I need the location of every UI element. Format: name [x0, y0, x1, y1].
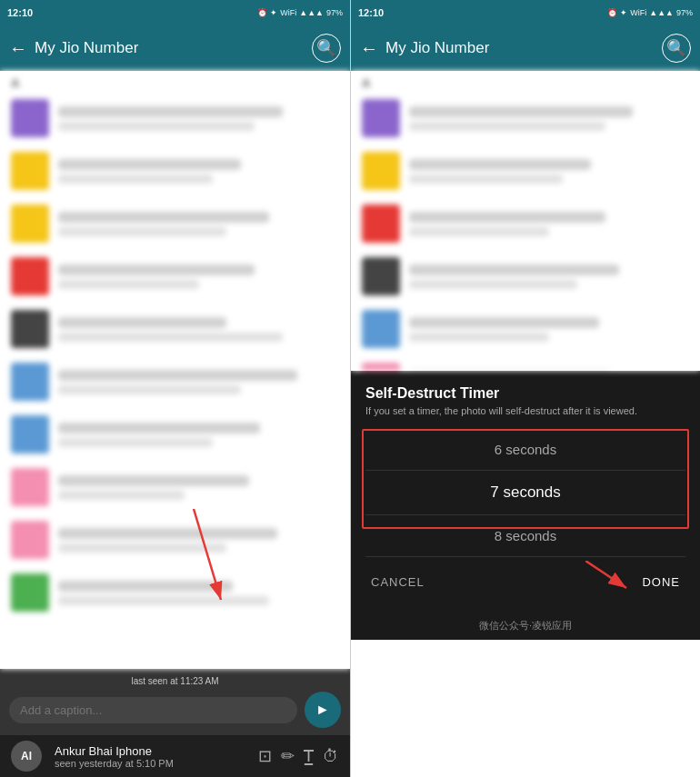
contact-name-blur: [58, 423, 260, 433]
contact-name-blur: [409, 264, 619, 275]
list-item: [351, 92, 700, 144]
timer-option-7s[interactable]: 7 seconds: [365, 471, 685, 515]
left-app-title: My Jio Number: [35, 39, 305, 57]
contact-name-blur: [409, 159, 591, 170]
contact-sub-blur: [409, 174, 563, 184]
list-item: [0, 250, 350, 303]
contact-name-blur: [58, 106, 283, 117]
avatar: [362, 99, 400, 137]
left-last-seen: last seen at 11:23 AM: [9, 676, 341, 686]
list-item: [0, 197, 350, 250]
list-item: [0, 513, 350, 566]
timer-icon[interactable]: ⏱: [323, 747, 339, 766]
left-time: 12:10: [7, 7, 33, 18]
right-app-title: My Jio Number: [385, 39, 655, 57]
left-toolbar: AI Ankur Bhai Iphone seen yesterday at 5…: [0, 735, 350, 777]
left-top-bar: ← My Jio Number 🔍: [0, 25, 350, 71]
avatar: [11, 521, 49, 559]
contact-name-blur: [58, 264, 255, 275]
left-contact-sub: seen yesterday at 5:10 PM: [55, 758, 245, 769]
contact-name-blur: [58, 159, 241, 170]
right-back-button[interactable]: ←: [360, 38, 378, 59]
contact-sub-blur: [58, 596, 269, 605]
avatar: [11, 204, 49, 243]
sheet-description: If you set a timer, the photo will self-…: [365, 405, 685, 416]
contact-sub-blur: [409, 280, 577, 289]
contact-sub-blur: [58, 174, 213, 184]
avatar: [362, 257, 400, 295]
contact-sub-blur: [58, 122, 255, 131]
left-caption-row: ►: [9, 692, 341, 728]
watermark-bar: 微信公众号·凌锐应用: [351, 609, 700, 640]
left-contact-list: A: [0, 71, 350, 669]
left-send-button[interactable]: ►: [305, 692, 341, 728]
list-item: [0, 92, 350, 144]
contact-name-blur: [58, 370, 297, 381]
avatar: [11, 573, 49, 612]
battery-left: 97%: [326, 8, 343, 17]
avatar: [362, 363, 400, 371]
red-arrow-overlay: [175, 509, 248, 622]
right-section-letter: A: [351, 71, 700, 92]
contact-sub-blur: [58, 227, 226, 236]
done-button[interactable]: DONE: [636, 570, 685, 594]
timer-options-list: 6 seconds 7 seconds 8 seconds: [365, 429, 685, 557]
contact-name-blur: [409, 317, 599, 328]
done-area: DONE: [636, 570, 685, 594]
right-panel: 12:10 ⏰ ✦ WiFi ▲▲▲ 97% ← My Jio Number 🔍…: [350, 0, 700, 777]
left-status-bar: 12:10 ⏰ ✦ WiFi ▲▲▲ 97%: [0, 0, 350, 25]
left-status-icons: ⏰ ✦ WiFi ▲▲▲ 97%: [257, 8, 343, 17]
contact-sub-blur: [409, 122, 605, 131]
avatar: [11, 99, 49, 137]
battery-right: 97%: [676, 8, 693, 17]
right-contact-list: A: [351, 71, 700, 371]
text-icon[interactable]: T̲: [304, 746, 314, 766]
avatar: [11, 415, 49, 453]
list-item: [351, 303, 700, 355]
signal-icon: ▲▲▲: [299, 8, 324, 17]
contact-sub-blur: [58, 280, 199, 289]
left-search-button[interactable]: 🔍: [312, 34, 341, 63]
avatar: [362, 204, 400, 243]
watermark-text: 微信公众号·凌锐应用: [479, 620, 572, 631]
left-caption-input[interactable]: [9, 697, 297, 723]
contact-name-blur: [58, 317, 226, 328]
list-item: [0, 461, 350, 513]
list-item: [351, 355, 700, 371]
self-destruct-sheet: Self-Destruct Timer If you set a timer, …: [351, 371, 700, 609]
svg-line-3: [585, 561, 626, 588]
contact-sub-blur: [58, 543, 226, 553]
sheet-actions: CANCEL DONE: [365, 570, 685, 594]
left-contact-info: Ankur Bhai Iphone seen yesterday at 5:10…: [55, 744, 245, 769]
list-item: [0, 408, 350, 461]
bluetooth-icon-r: ✦: [620, 8, 627, 17]
right-time: 12:10: [358, 7, 384, 18]
alarm-icon: ⏰: [257, 8, 267, 17]
right-status-icons: ⏰ ✦ WiFi ▲▲▲ 97%: [607, 8, 693, 17]
avatar: [11, 152, 49, 190]
left-back-button[interactable]: ←: [9, 38, 27, 59]
pencil-icon[interactable]: ✏: [281, 746, 295, 766]
bluetooth-icon: ✦: [270, 8, 277, 17]
wifi-icon: WiFi: [280, 8, 296, 17]
sheet-title: Self-Destruct Timer: [365, 385, 685, 402]
contact-name-blur: [58, 528, 277, 539]
list-item: [0, 355, 350, 408]
cancel-button[interactable]: CANCEL: [365, 570, 430, 594]
contact-sub-blur: [58, 385, 241, 394]
contact-name-blur: [409, 106, 633, 117]
signal-icon-r: ▲▲▲: [649, 8, 674, 17]
done-arrow-svg: [585, 561, 640, 597]
right-search-button[interactable]: 🔍: [662, 34, 691, 63]
left-tool-icons: ⊡ ✏ T̲ ⏱: [258, 746, 339, 766]
right-status-bar: 12:10 ⏰ ✦ WiFi ▲▲▲ 97%: [351, 0, 700, 25]
contact-name-blur: [58, 475, 249, 486]
contact-sub-blur: [409, 227, 549, 236]
timer-option-6s[interactable]: 6 seconds: [365, 429, 685, 471]
timer-option-8s[interactable]: 8 seconds: [365, 515, 685, 557]
avatar: [362, 310, 400, 348]
left-section-letter: A: [0, 71, 350, 92]
contact-sub-blur: [58, 333, 283, 342]
crop-icon[interactable]: ⊡: [258, 746, 272, 766]
contact-sub-blur: [58, 438, 213, 447]
